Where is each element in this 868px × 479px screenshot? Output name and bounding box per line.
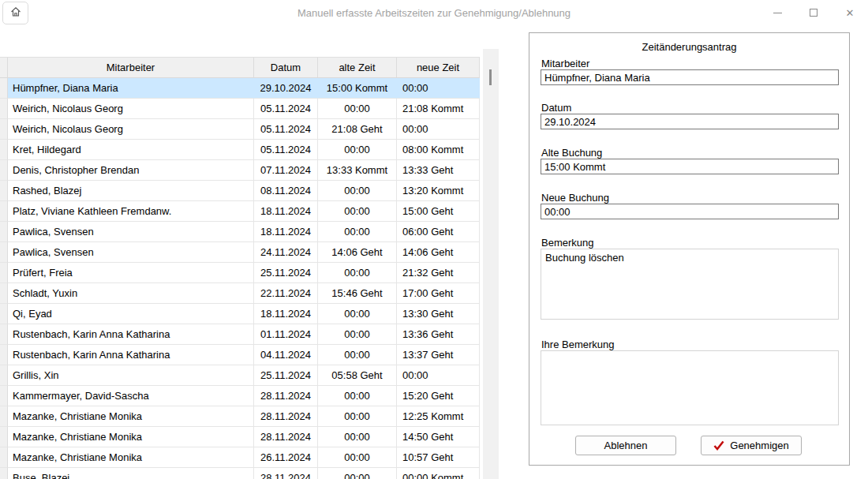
cell-neue-zeit: 06:00 Geht [397, 222, 480, 242]
table-row[interactable]: Weirich, Nicolaus Georg 05.11.2024 21:08… [0, 119, 480, 140]
cell-neue-zeit: 00:00 [397, 365, 480, 386]
table-row[interactable]: Rustenbach, Karin Anna Katharina 01.11.2… [0, 324, 480, 345]
cell-alte-zeit: 21:08 Geht [318, 119, 397, 140]
table-row[interactable]: Kammermayer, David-Sascha 28.11.2024 00:… [0, 386, 480, 406]
row-selector[interactable] [0, 99, 8, 119]
maximize-icon [810, 9, 817, 17]
table-scrollbar-thumb[interactable] [489, 69, 492, 85]
row-selector[interactable] [0, 447, 8, 468]
datum-field[interactable] [541, 114, 839, 129]
table-row[interactable]: Mazanke, Christiane Monika 28.11.2024 00… [0, 406, 480, 427]
mitarbeiter-field[interactable] [541, 69, 839, 85]
cell-alte-zeit: 00:00 [318, 99, 397, 119]
row-selector[interactable] [0, 324, 8, 345]
cell-mitarbeiter: Denis, Christopher Brendan [8, 160, 254, 181]
row-selector[interactable] [0, 160, 8, 181]
table-row[interactable]: Hümpfner, Diana Maria 29.10.2024 15:00 K… [0, 78, 480, 99]
row-selector[interactable] [0, 468, 8, 479]
cell-alte-zeit: 00:00 [318, 222, 397, 242]
cell-alte-zeit: 00:00 [318, 181, 397, 201]
table-row[interactable]: Qi, Eyad 18.11.2024 00:00 13:30 Geht [0, 304, 480, 324]
cell-datum: 07.11.2024 [254, 160, 318, 181]
requests-table: Mitarbeiter Datum alte Zeit neue Zeit Hü… [0, 57, 480, 479]
cell-datum: 22.11.2024 [254, 283, 318, 304]
row-selector[interactable] [0, 304, 8, 324]
minimize-icon [773, 13, 782, 13]
reject-button-label: Ablehnen [604, 440, 648, 451]
panel-title: Zeitänderungsantrag [529, 41, 849, 53]
table-row[interactable]: Rashed, Blazej 08.11.2024 00:00 13:20 Ko… [0, 181, 480, 201]
cell-datum: 05.11.2024 [254, 140, 318, 160]
cell-mitarbeiter: Platz, Viviane Kathleen Fremdanw. [8, 201, 254, 222]
cell-datum: 28.11.2024 [254, 386, 318, 406]
cell-mitarbeiter: Kret, Hildegard [8, 140, 254, 160]
row-selector[interactable] [0, 345, 8, 365]
column-header-datum[interactable]: Datum [254, 58, 318, 78]
row-selector[interactable] [0, 119, 8, 140]
home-button[interactable] [2, 2, 28, 24]
cell-neue-zeit: 00:00 [397, 78, 480, 99]
column-header-mitarbeiter[interactable]: Mitarbeiter [8, 58, 254, 78]
ihre-bemerkung-textarea[interactable] [541, 350, 839, 425]
row-selector[interactable] [0, 263, 8, 283]
table-row[interactable]: Grillis, Xin 25.11.2024 05:58 Geht 00:00 [0, 365, 480, 386]
cell-alte-zeit: 00:00 [318, 447, 397, 468]
table-row[interactable]: Prüfert, Freia 25.11.2024 00:00 21:32 Ge… [0, 263, 480, 283]
row-selector[interactable] [0, 406, 8, 427]
cell-mitarbeiter: Prüfert, Freia [8, 263, 254, 283]
zeitaenderungsantrag-panel: Zeitänderungsantrag Mitarbeiter Datum Al… [529, 32, 850, 466]
table-row[interactable]: Mazanke, Christiane Monika 26.11.2024 00… [0, 447, 480, 468]
genehmigen-button[interactable]: Genehmigen [701, 436, 802, 455]
cell-mitarbeiter: Pawlica, Svensen [8, 242, 254, 263]
maximize-button[interactable] [795, 0, 832, 25]
ablehnen-button[interactable]: Ablehnen [575, 436, 676, 455]
cell-datum: 28.11.2024 [254, 406, 318, 427]
cell-mitarbeiter: Rashed, Blazej [8, 181, 254, 201]
cell-alte-zeit: 00:00 [318, 468, 397, 479]
cell-mitarbeiter: Rustenbach, Karin Anna Katharina [8, 324, 254, 345]
row-selector[interactable] [0, 181, 8, 201]
red-checkmark-icon [713, 440, 724, 451]
table-row[interactable]: Weirich, Nicolaus Georg 05.11.2024 00:00… [0, 99, 480, 119]
cell-mitarbeiter: Mazanke, Christiane Monika [8, 406, 254, 427]
window-title: Manuell erfasste Arbeitszeiten zur Geneh… [0, 7, 868, 19]
row-selector[interactable] [0, 365, 8, 386]
row-selector[interactable] [0, 242, 8, 263]
table-row[interactable]: Buse, Blazej 28.11.2024 00:00 00:00 Komm… [0, 468, 480, 479]
cell-neue-zeit: 15:20 Geht [397, 386, 480, 406]
table-row[interactable]: Platz, Viviane Kathleen Fremdanw. 18.11.… [0, 201, 480, 222]
header-selector-cell [0, 58, 8, 78]
cell-mitarbeiter: Grillis, Xin [8, 365, 254, 386]
alte-buchung-field[interactable] [541, 159, 839, 174]
table-row[interactable]: Denis, Christopher Brendan 07.11.2024 13… [0, 160, 480, 181]
table-row[interactable]: Schladt, Yuxin 22.11.2024 15:46 Geht 17:… [0, 283, 480, 304]
row-selector[interactable] [0, 283, 8, 304]
table-row[interactable]: Pawlica, Svensen 24.11.2024 14:06 Geht 1… [0, 242, 480, 263]
minimize-button[interactable] [759, 0, 795, 25]
table-row[interactable]: Kret, Hildegard 05.11.2024 00:00 08:00 K… [0, 140, 480, 160]
cell-neue-zeit: 14:50 Geht [397, 427, 480, 447]
row-selector[interactable] [0, 386, 8, 406]
row-selector[interactable] [0, 140, 8, 160]
table-row[interactable]: Rustenbach, Karin Anna Katharina 04.11.2… [0, 345, 480, 365]
column-header-neue-zeit[interactable]: neue Zeit [397, 58, 480, 78]
row-selector[interactable] [0, 222, 8, 242]
close-button[interactable]: ✕ [832, 0, 868, 25]
table-scrollbar-track[interactable] [483, 49, 499, 479]
column-header-alte-zeit[interactable]: alte Zeit [318, 58, 397, 78]
cell-datum: 01.11.2024 [254, 324, 318, 345]
table-row[interactable]: Mazanke, Christiane Monika 28.11.2024 00… [0, 427, 480, 447]
home-icon [9, 6, 22, 21]
bemerkung-textarea[interactable]: Buchung löschen [541, 249, 839, 320]
cell-neue-zeit: 13:36 Geht [397, 324, 480, 345]
row-selector[interactable] [0, 201, 8, 222]
window-controls: ✕ [759, 0, 868, 25]
cell-datum: 18.11.2024 [254, 201, 318, 222]
row-selector[interactable] [0, 78, 8, 99]
cell-neue-zeit: 13:30 Geht [397, 304, 480, 324]
table-row[interactable]: Pawlica, Svensen 18.11.2024 00:00 06:00 … [0, 222, 480, 242]
neue-buchung-field[interactable] [541, 204, 839, 219]
cell-datum: 08.11.2024 [254, 181, 318, 201]
row-selector[interactable] [0, 427, 8, 447]
cell-mitarbeiter: Mazanke, Christiane Monika [8, 427, 254, 447]
